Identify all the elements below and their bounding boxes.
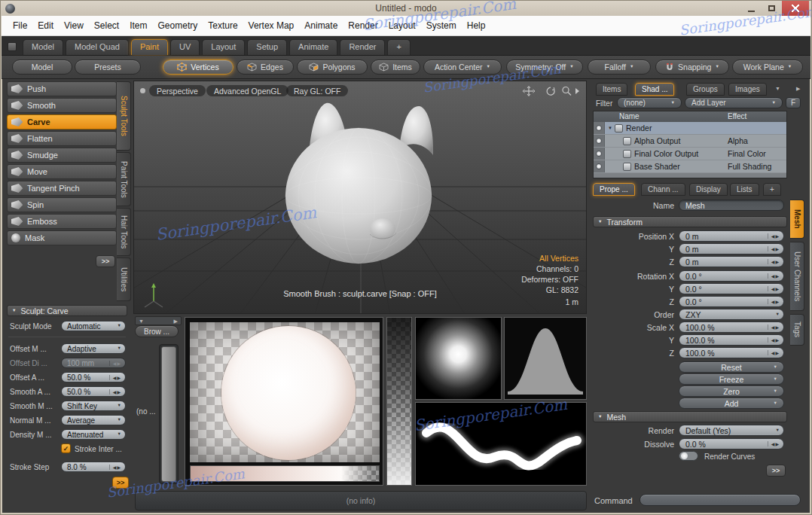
brush-list-scrollbar[interactable] xyxy=(159,344,179,484)
tab-groups[interactable]: Groups xyxy=(686,83,725,96)
offset-mode-dropdown[interactable]: Adaptive▼ xyxy=(61,343,126,354)
tab-shader[interactable]: Shad ... xyxy=(635,83,674,96)
sculpt-panel-more-button[interactable]: >> xyxy=(112,477,129,489)
browse-button[interactable]: Brow ... xyxy=(135,325,179,337)
tool-list-more-button[interactable]: >> xyxy=(96,255,115,267)
offset-amount-field[interactable]: 50.0 %◀▶ xyxy=(61,372,126,382)
brush-stroke-preview[interactable] xyxy=(415,402,587,486)
position-x-field[interactable]: 0 m◀▶ xyxy=(679,230,784,242)
render-curves-checkbox[interactable] xyxy=(679,451,698,461)
tool-emboss[interactable]: Emboss xyxy=(7,214,117,229)
freeze-button[interactable]: Freeze▼ xyxy=(679,373,784,385)
reset-button[interactable]: Reset▼ xyxy=(679,361,784,373)
tool-tangent-pinch[interactable]: Tangent Pinch xyxy=(7,181,117,196)
tool-mask[interactable]: Mask xyxy=(7,230,117,245)
falloff-dropdown[interactable]: Falloff▼ xyxy=(588,59,651,75)
tab-display[interactable]: Display xyxy=(689,183,728,196)
shader-row-base-shader[interactable]: Base Shader Full Shading xyxy=(594,160,786,173)
viewport-3d[interactable]: Perspective Advanced OpenGL Ray GL: OFF … xyxy=(133,81,587,314)
layout-widget-icon[interactable] xyxy=(8,42,17,51)
visibility-toggle[interactable] xyxy=(594,135,605,147)
brush-alpha-preview[interactable] xyxy=(185,317,383,486)
order-dropdown[interactable]: ZXY▼ xyxy=(679,309,784,320)
scale-y-field[interactable]: 100.0 %◀▶ xyxy=(679,334,784,346)
dissolve-field[interactable]: 0.0 %◀▶ xyxy=(679,438,784,449)
scale-x-field[interactable]: 100.0 %◀▶ xyxy=(679,321,784,333)
tab-model[interactable]: Model xyxy=(23,39,63,55)
tab-add[interactable]: + xyxy=(387,39,410,55)
tab-add-panel[interactable]: + xyxy=(763,183,781,196)
close-button[interactable] xyxy=(782,1,809,16)
brush-falloff-preview[interactable] xyxy=(415,317,502,400)
perspective-button[interactable]: Perspective xyxy=(149,85,206,96)
render-dropdown[interactable]: Default (Yes)▼ xyxy=(679,425,784,436)
tab-lists[interactable]: Lists xyxy=(730,183,759,196)
tool-push[interactable]: Push xyxy=(7,81,117,96)
viewport-menu-dot[interactable] xyxy=(140,88,145,93)
tab-layout[interactable]: Layout xyxy=(202,39,245,55)
menu-item-edit[interactable]: Edit xyxy=(32,20,59,31)
menu-item-select[interactable]: Select xyxy=(89,20,124,31)
scale-z-field[interactable]: 100.0 %◀▶ xyxy=(679,347,784,358)
smooth-amount-field[interactable]: 50.0 %◀▶ xyxy=(61,386,126,397)
menu-item-vertex-map[interactable]: Vertex Map xyxy=(243,20,300,31)
vtab-sculpt-tools[interactable]: Sculpt Tools xyxy=(117,81,131,151)
tool-smooth[interactable]: Smooth xyxy=(7,98,117,113)
tab-animate[interactable]: Animate xyxy=(289,39,337,55)
column-name[interactable]: Name xyxy=(619,112,640,120)
command-input[interactable] xyxy=(640,494,801,506)
menu-item-item[interactable]: Item xyxy=(124,20,152,31)
smooth-mode-dropdown[interactable]: Shift Key▼ xyxy=(61,401,126,411)
menu-item-system[interactable]: System xyxy=(421,20,462,31)
viewport-nav-icons[interactable] xyxy=(521,85,580,97)
side-tab-mesh[interactable]: Mesh xyxy=(790,200,804,239)
tab-uv[interactable]: UV xyxy=(170,39,200,55)
tab-paint[interactable]: Paint xyxy=(131,39,168,55)
advanced-opengl-button[interactable]: Advanced OpenGL xyxy=(206,85,288,96)
sculpt-panel-header[interactable]: ▼ Sculpt: Carve xyxy=(7,305,127,316)
rotation-x-field[interactable]: 0.0 °◀▶ xyxy=(679,270,784,282)
action-center-dropdown[interactable]: Action Center▼ xyxy=(423,59,502,75)
snapping-dropdown[interactable]: Snapping▼ xyxy=(655,59,729,75)
add-button[interactable]: Add▼ xyxy=(679,398,784,409)
mode-edges-button[interactable]: Edges xyxy=(237,59,294,75)
mode-polygons-button[interactable]: Polygons xyxy=(297,59,368,75)
column-effect[interactable]: Effect xyxy=(728,112,746,120)
chevron-down-icon[interactable]: ▼ xyxy=(775,86,780,91)
mode-items-button[interactable]: Items xyxy=(371,59,420,75)
tab-render[interactable]: Render xyxy=(340,39,385,55)
tool-flatten[interactable]: Flatten xyxy=(7,131,117,146)
tab-model-quad[interactable]: Model Quad xyxy=(66,39,129,55)
model-button[interactable]: Model xyxy=(12,59,72,75)
vtab-hair-tools[interactable]: Hair Tools xyxy=(117,208,131,256)
menu-item-render[interactable]: Render xyxy=(343,20,383,31)
brush-list-header[interactable]: ▼ ▶ xyxy=(135,316,182,325)
normal-mode-dropdown[interactable]: Average▼ xyxy=(61,415,126,425)
scrollbar-thumb[interactable] xyxy=(161,346,176,482)
properties-more-button[interactable]: >> xyxy=(766,465,786,477)
name-field[interactable]: Mesh xyxy=(679,200,784,211)
stroke-interpolation-checkbox[interactable]: ✓ xyxy=(61,443,71,453)
density-mode-dropdown[interactable]: Attenuated▼ xyxy=(61,429,126,440)
menu-item-layout[interactable]: Layout xyxy=(383,20,421,31)
tool-spin[interactable]: Spin xyxy=(7,197,117,212)
position-y-field[interactable]: 0 m◀▶ xyxy=(679,243,784,254)
filter-f-button[interactable]: F xyxy=(786,97,801,108)
tab-items[interactable]: Items xyxy=(596,83,627,96)
vtab-utilities[interactable]: Utilities xyxy=(117,258,131,301)
mode-vertices-button[interactable]: Vertices xyxy=(163,59,234,75)
zero-button[interactable]: Zero▼ xyxy=(679,385,784,397)
menu-item-file[interactable]: File xyxy=(8,20,32,31)
visibility-toggle[interactable] xyxy=(594,122,605,134)
shader-row-render[interactable]: ▼ Render xyxy=(594,122,786,135)
ray-gl-button[interactable]: Ray GL: OFF xyxy=(286,85,348,96)
brush-profile-preview[interactable] xyxy=(504,317,587,400)
transform-section-header[interactable]: ▼ Transform xyxy=(593,216,787,227)
shader-row-alpha-output[interactable]: Alpha Output Alpha xyxy=(594,135,786,148)
vtab-paint-tools[interactable]: Paint Tools xyxy=(117,152,131,206)
sculpt-mode-dropdown[interactable]: Automatic▼ xyxy=(61,321,126,331)
stroke-step-field[interactable]: 8.0 %◀▶ xyxy=(61,462,126,472)
visibility-toggle[interactable] xyxy=(594,148,605,160)
menu-item-animate[interactable]: Animate xyxy=(299,20,343,31)
shader-row-final-color-output[interactable]: Final Color Output Final Color xyxy=(594,148,786,160)
